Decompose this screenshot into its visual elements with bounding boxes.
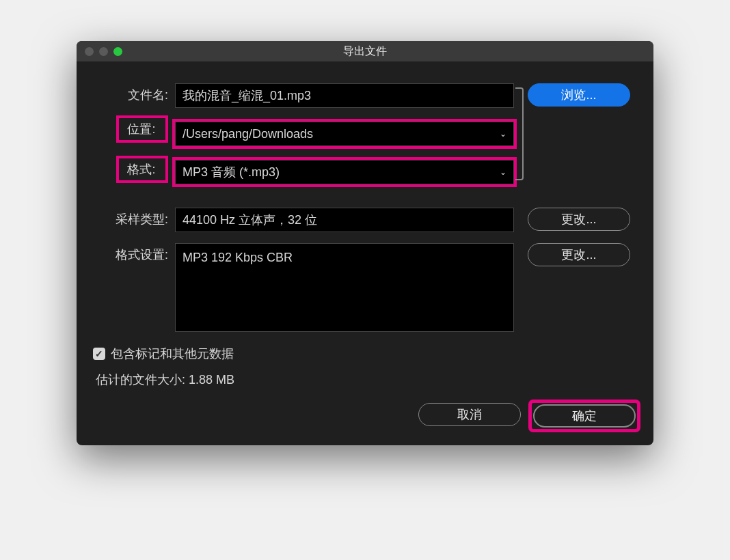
sampletype-field: 44100 Hz 立体声，32 位 [175, 208, 514, 232]
maximize-button[interactable] [113, 47, 122, 56]
filename-label: 文件名: [93, 83, 168, 103]
filename-input[interactable]: 我的混音_缩混_01.mp3 [175, 83, 514, 108]
location-label: 位置: [116, 115, 168, 143]
window-controls [85, 47, 122, 56]
sampletype-value: 44100 Hz 立体声，32 位 [182, 212, 317, 228]
metadata-checkbox-row: ✓ 包含标记和其他元数据 [93, 346, 637, 362]
browse-button[interactable]: 浏览... [528, 83, 630, 107]
ok-button[interactable]: 确定 [533, 404, 636, 428]
change-sampletype-button[interactable]: 更改... [528, 208, 630, 231]
group-bracket [515, 87, 524, 180]
metadata-checkbox[interactable]: ✓ [93, 348, 105, 360]
change-formatsettings-button[interactable]: 更改... [528, 243, 630, 266]
filename-value: 我的混音_缩混_01.mp3 [182, 87, 311, 104]
filesize-value: 1.88 MB [189, 373, 234, 387]
formatsettings-label: 格式设置: [93, 243, 168, 263]
formatsettings-value: MP3 192 Kbps CBR [182, 251, 293, 264]
chevron-down-icon: ⌄ [500, 167, 506, 177]
format-dropdown[interactable]: MP3 音频 (*.mp3) ⌄ [175, 160, 514, 184]
minimize-button[interactable] [99, 47, 108, 56]
cancel-button[interactable]: 取消 [418, 403, 521, 426]
filesize-label: 估计的文件大小: [96, 373, 189, 387]
formatsettings-field: MP3 192 Kbps CBR [175, 243, 514, 332]
metadata-checkbox-label: 包含标记和其他元数据 [111, 346, 234, 362]
window-title: 导出文件 [85, 44, 645, 59]
ok-button-highlight: 确定 [532, 403, 637, 429]
sampletype-label: 采样类型: [93, 208, 168, 227]
dialog-body: 文件名: 我的混音_缩混_01.mp3 /Users/pang/Download… [77, 61, 653, 445]
location-value: /Users/pang/Downloads [182, 127, 313, 141]
location-dropdown[interactable]: /Users/pang/Downloads ⌄ [175, 122, 514, 146]
chevron-down-icon: ⌄ [500, 129, 506, 139]
filesize-estimate: 估计的文件大小: 1.88 MB [96, 372, 637, 388]
close-button[interactable] [85, 47, 94, 56]
export-dialog: 导出文件 文件名: 我的混音_缩混_01.mp3 /Users/pang/Dow… [77, 41, 653, 445]
format-label: 格式: [116, 156, 168, 183]
format-value: MP3 音频 (*.mp3) [182, 164, 280, 180]
titlebar: 导出文件 [77, 41, 653, 61]
footer-buttons: 取消 确定 [93, 403, 637, 429]
